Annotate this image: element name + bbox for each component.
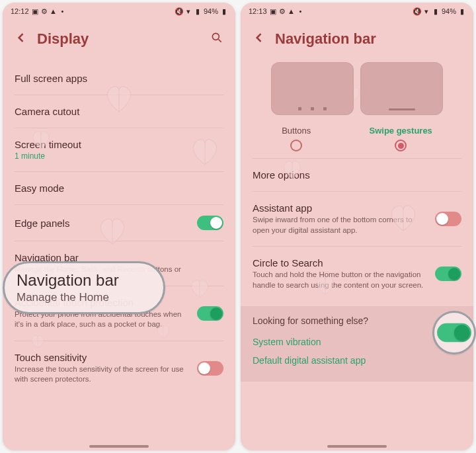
callout-circle-to-search-toggle: [432, 311, 476, 354]
link-default-assistant[interactable]: Default digital assistant app: [253, 351, 461, 370]
toggle-accidental-touch[interactable]: [197, 306, 223, 321]
item-easy-mode[interactable]: Easy mode: [15, 171, 223, 204]
status-time: 12:13: [249, 7, 267, 15]
nav-option-buttons[interactable]: Buttons: [282, 126, 311, 151]
back-icon[interactable]: [253, 31, 266, 47]
item-desc: Increase the touch sensitivity of the sc…: [15, 364, 189, 385]
battery-icon: ▮: [221, 8, 227, 15]
nav-option-label: Buttons: [282, 126, 311, 136]
app-bar: Navigation bar: [241, 20, 473, 62]
wifi-icon: ▾: [423, 8, 430, 15]
nav-preview: [253, 62, 461, 122]
warning-icon: ▲: [288, 8, 295, 15]
item-circle-to-search[interactable]: Circle to Search Touch and hold the Home…: [253, 246, 461, 301]
item-label: Assistant app: [253, 202, 427, 214]
more-icon: •: [298, 8, 304, 15]
settings-tray-icon: ⚙: [279, 8, 286, 15]
item-assistant-app[interactable]: Assistant app Swipe inward from one of t…: [253, 191, 461, 246]
item-camera-cutout[interactable]: Camera cutout: [15, 95, 223, 128]
item-label: Edge panels: [15, 218, 189, 229]
toggle-circle-to-search[interactable]: [435, 267, 461, 281]
item-label: More options: [253, 169, 461, 181]
battery-icon: ▮: [459, 8, 465, 15]
more-icon: •: [60, 8, 66, 15]
callout-subtitle: Manage the Home: [17, 291, 109, 304]
nav-type-options: Buttons Swipe gestures: [253, 122, 461, 158]
screen-navigation-bar: 12:13 ▣ ⚙ ▲ • 🔇 ▾ ▮ 94% ▮ Navigation bar: [241, 3, 473, 450]
page-title: Navigation bar: [275, 30, 376, 48]
radio-selected-icon: [395, 140, 407, 151]
item-desc: Touch and hold the Home button or the na…: [253, 270, 427, 290]
back-icon[interactable]: [15, 31, 28, 47]
mute-icon: 🔇: [414, 8, 420, 15]
image-icon: ▣: [32, 8, 38, 15]
item-label: Camera cutout: [15, 106, 223, 117]
toggle-edge-panels[interactable]: [197, 216, 223, 230]
item-label: Screen timeout: [15, 139, 223, 150]
wifi-icon: ▾: [185, 8, 192, 15]
nav-handle[interactable]: [89, 445, 149, 448]
toggle-highlight: [437, 323, 471, 343]
item-label: Easy mode: [15, 183, 223, 194]
item-desc: Swipe inward from one of the bottom corn…: [253, 215, 427, 235]
signal-icon: ▮: [194, 8, 201, 15]
item-label: Touch sensitivity: [15, 352, 189, 363]
item-touch-sensitivity[interactable]: Touch sensitivity Increase the touch sen…: [15, 341, 223, 395]
nav-option-label: Swipe gestures: [369, 126, 432, 136]
status-bar: 12:12 ▣ ⚙ ▲ • 🔇 ▾ ▮ 94% ▮: [3, 3, 235, 20]
radio-icon: [290, 140, 302, 151]
app-bar: Display: [3, 20, 235, 62]
settings-list: Buttons Swipe gestures More options Assi…: [241, 62, 473, 450]
footer-heading: Looking for something else?: [253, 315, 461, 326]
mute-icon: 🔇: [176, 8, 182, 15]
link-system-vibration[interactable]: System vibration: [253, 333, 461, 351]
status-time: 12:12: [11, 7, 29, 15]
signal-icon: ▮: [432, 8, 439, 15]
settings-list: Full screen apps Camera cutout Screen ti…: [3, 62, 235, 450]
item-label: Full screen apps: [15, 73, 223, 84]
nav-thumb-gestures[interactable]: [360, 62, 443, 115]
image-icon: ▣: [270, 8, 276, 15]
nav-handle[interactable]: [327, 445, 387, 448]
battery-pct: 94%: [442, 7, 456, 15]
svg-point-0: [212, 33, 219, 40]
warning-icon: ▲: [50, 8, 57, 15]
nav-option-swipe-gestures[interactable]: Swipe gestures: [369, 126, 432, 151]
item-more-options[interactable]: More options: [253, 158, 461, 191]
item-label: Circle to Search: [253, 257, 427, 268]
item-screen-timeout[interactable]: Screen timeout 1 minute: [15, 128, 223, 171]
callout-title: Navigation bar: [17, 271, 119, 290]
status-bar: 12:13 ▣ ⚙ ▲ • 🔇 ▾ ▮ 94% ▮: [241, 3, 473, 20]
item-edge-panels[interactable]: Edge panels: [15, 204, 223, 241]
item-full-screen-apps[interactable]: Full screen apps: [15, 62, 223, 95]
callout-navigation-bar: Navigation bar Manage the Home: [3, 261, 165, 314]
nav-thumb-buttons[interactable]: [271, 62, 354, 115]
item-value: 1 minute: [15, 151, 223, 161]
battery-pct: 94%: [204, 7, 218, 15]
page-title: Display: [37, 30, 89, 48]
search-icon[interactable]: [210, 31, 223, 47]
toggle-touch-sensitivity[interactable]: [197, 361, 223, 376]
settings-tray-icon: ⚙: [41, 8, 48, 15]
toggle-assistant-app[interactable]: [435, 212, 461, 226]
screen-display: 12:12 ▣ ⚙ ▲ • 🔇 ▾ ▮ 94% ▮ Display Full s…: [3, 3, 235, 450]
